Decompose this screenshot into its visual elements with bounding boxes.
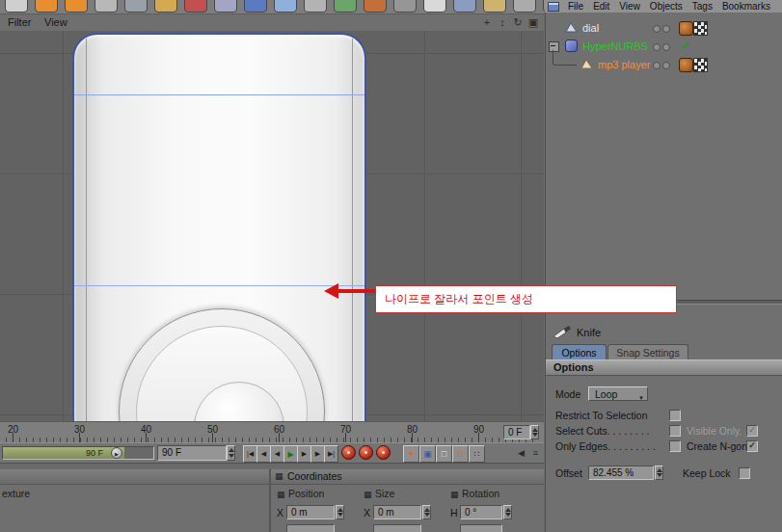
goto-start-button[interactable]: |◀ — [243, 445, 257, 463]
toolbar-icon[interactable] — [154, 0, 177, 13]
toolbar-icon[interactable] — [5, 0, 28, 13]
tab-snap-settings[interactable]: Snap Settings — [607, 344, 688, 359]
toolbar-icon[interactable] — [304, 0, 327, 13]
toolbar-icon[interactable] — [184, 0, 207, 13]
keep-lock-checkbox[interactable] — [739, 467, 750, 479]
visibility-dot[interactable] — [653, 62, 661, 69]
object-name[interactable]: dial — [582, 22, 599, 34]
viewport[interactable] — [0, 31, 544, 421]
toolbar-icon[interactable] — [65, 0, 88, 13]
check-icon: ✓ — [748, 425, 756, 435]
phong-tag-icon[interactable] — [679, 21, 693, 36]
toolbar-icon[interactable] — [94, 0, 118, 13]
create-ngons-checkbox[interactable]: ✓ — [746, 440, 758, 452]
timeline-slider[interactable]: 90 F ▶ — [2, 446, 154, 460]
position-y-field[interactable] — [286, 524, 335, 532]
record-rotation-button[interactable] — [376, 445, 391, 460]
goto-end-button[interactable]: ▶| — [324, 445, 338, 463]
toolbar-icon[interactable] — [393, 0, 417, 13]
frame-spinner[interactable] — [530, 425, 539, 439]
range-end-field[interactable]: 90 F — [157, 445, 227, 461]
phong-tag-icon[interactable] — [679, 58, 693, 72]
slider-knob[interactable]: ▶ — [111, 447, 122, 459]
visibility-dot[interactable] — [662, 25, 670, 33]
timeline-controls: 90 F ▶ 90 F |◀ ◀ ◀ ▶ ▶ ▶ ▶| + ▣ □ ⊙ ∷ ◀ … — [0, 442, 544, 464]
object-row-hypernurbs[interactable]: HyperNURBS ✓ — [546, 38, 782, 55]
play-button[interactable]: ▶ — [283, 445, 298, 463]
size-x-spinner[interactable] — [422, 505, 431, 519]
only-edges-checkbox[interactable] — [669, 440, 681, 452]
position-x-spinner[interactable] — [336, 505, 344, 519]
collapse-toggle-icon[interactable] — [549, 41, 559, 52]
pan-icon[interactable]: + — [480, 15, 494, 29]
visibility-dot[interactable] — [653, 25, 661, 33]
keyframe-box-icon[interactable]: ▣ — [419, 445, 436, 463]
next-frame-button[interactable]: ▶ — [297, 445, 311, 463]
check-icon: ✓ — [748, 440, 756, 450]
toolbar-icon[interactable] — [513, 0, 536, 13]
texture-tag-icon[interactable] — [693, 58, 708, 72]
menu-filter[interactable]: Filter — [8, 16, 31, 28]
restrict-checkbox[interactable] — [669, 410, 681, 421]
prev-frame-button[interactable]: ◀ — [270, 445, 284, 463]
visibility-dot[interactable] — [662, 62, 670, 69]
menu-edit[interactable]: Edit — [588, 1, 614, 12]
object-name[interactable]: mp3 player — [598, 59, 650, 70]
menu-view[interactable]: View — [614, 1, 645, 12]
frame-box-icon[interactable]: □ — [436, 445, 452, 463]
rotation-h-field[interactable]: 0 ° — [460, 505, 502, 519]
toolbar-icon[interactable] — [364, 0, 387, 13]
object-row-mp3-player[interactable]: mp3 player — [546, 56, 782, 73]
timeline-ruler[interactable]: 20 30 40 50 60 70 80 90 0 F — [0, 421, 544, 443]
texture-tag-icon[interactable] — [693, 21, 708, 36]
object-name[interactable]: HyperNURBS — [582, 40, 648, 52]
small-arrow-icon[interactable]: ◀ — [514, 445, 528, 461]
prev-key-button[interactable]: ◀ — [256, 445, 271, 463]
menu-objects[interactable]: Objects — [645, 1, 688, 12]
toolbar-icon[interactable] — [35, 0, 58, 13]
hypernurbs-icon — [565, 40, 578, 52]
target-icon[interactable]: ⊙ — [452, 445, 469, 463]
record-position-button[interactable] — [341, 445, 356, 460]
toolbar-icon[interactable] — [334, 0, 357, 13]
rotation-p-field[interactable] — [460, 524, 502, 532]
enabled-check-icon[interactable]: ✓ — [681, 39, 690, 52]
menu-file[interactable]: File — [563, 1, 588, 12]
select-cuts-checkbox[interactable] — [669, 425, 681, 437]
toolbar-icon[interactable] — [214, 0, 237, 13]
toolbar-icon[interactable] — [274, 0, 297, 13]
visibility-dot[interactable] — [662, 43, 670, 51]
rotation-h-spinner[interactable] — [503, 505, 512, 519]
offset-field[interactable]: 82.455 % — [588, 466, 654, 480]
menu-view[interactable]: View — [44, 16, 67, 28]
zoom-icon[interactable]: ↕ — [496, 15, 509, 29]
record-scale-button[interactable] — [359, 445, 373, 460]
position-x-field[interactable]: 0 m — [286, 505, 335, 519]
panel-icon[interactable] — [548, 2, 559, 12]
menu-tags[interactable]: Tags — [688, 1, 717, 12]
toolbar-icon[interactable] — [483, 0, 506, 13]
options-section-header[interactable]: Options — [546, 359, 782, 376]
current-frame-field[interactable]: 0 F — [503, 425, 530, 439]
next-key-button[interactable]: ▶ — [310, 445, 325, 463]
menu-bookmarks[interactable]: Bookmarks — [717, 1, 775, 12]
rotate-icon[interactable]: ↻ — [511, 15, 525, 29]
toolbar-icon[interactable] — [453, 0, 476, 13]
toolbar-icon[interactable] — [244, 0, 267, 13]
visible-only-checkbox[interactable]: ✓ — [746, 425, 758, 437]
toolbar-icon[interactable] — [423, 0, 446, 13]
grid-dots-icon[interactable]: ∷ — [469, 445, 485, 463]
size-x-field[interactable]: 0 m — [373, 505, 421, 519]
offset-spinner[interactable] — [655, 466, 663, 480]
layers-icon[interactable]: ≡ — [528, 445, 543, 461]
maximize-icon[interactable]: ▣ — [526, 15, 540, 29]
mode-dropdown[interactable]: Loop ▼ — [588, 386, 648, 401]
range-spinner[interactable] — [227, 445, 235, 461]
toolbar-icon[interactable] — [124, 0, 148, 13]
object-row-dial[interactable]: dial — [546, 19, 782, 37]
tab-options[interactable]: Options — [552, 344, 607, 359]
offset-row: Offset 82.455 % Keep Lock — [546, 466, 782, 481]
size-y-field[interactable] — [373, 524, 421, 532]
autokey-icon[interactable]: + — [403, 445, 419, 463]
visibility-dot[interactable] — [653, 43, 661, 51]
